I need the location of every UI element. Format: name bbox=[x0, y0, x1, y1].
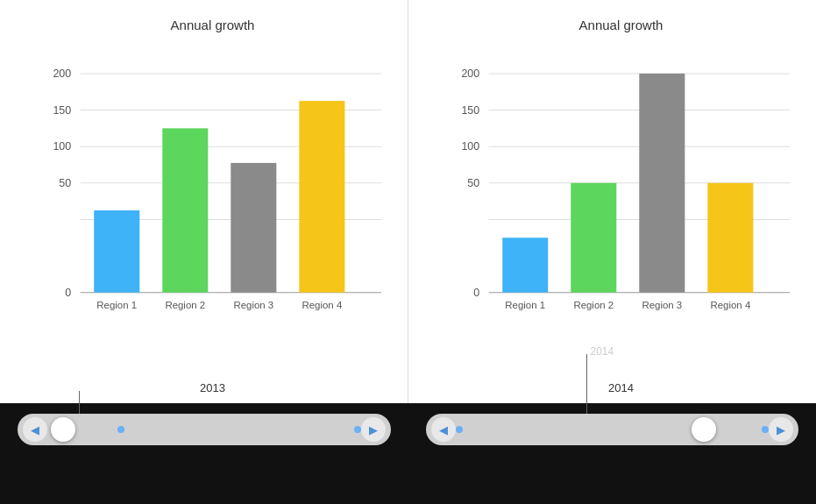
svg-text:0: 0 bbox=[65, 287, 71, 299]
bar-chart2-region3 bbox=[639, 74, 685, 293]
scrubber-right-arrow-left[interactable]: ▶ bbox=[361, 417, 386, 442]
bar-chart1-region1 bbox=[94, 210, 139, 293]
scrubber-dot-left-2 bbox=[354, 426, 361, 433]
chart-right-svg: 200 150 100 50 0 Region 1 Region 2 Regio… bbox=[452, 43, 790, 378]
svg-text:150: 150 bbox=[53, 104, 71, 117]
bar-chart2-region1 bbox=[502, 238, 548, 292]
svg-text:Region 3: Region 3 bbox=[642, 300, 682, 310]
bar-chart1-region2 bbox=[162, 128, 208, 292]
annotation-line-right bbox=[586, 354, 587, 417]
scrubber-right-arrow-right[interactable]: ▶ bbox=[769, 417, 793, 442]
annotation-label-2014: 2014 bbox=[591, 345, 614, 358]
scrubber-track-right[interactable]: ◀ ▶ bbox=[426, 414, 799, 445]
chart-left-year: 2013 bbox=[200, 381, 225, 394]
svg-text:Region 4: Region 4 bbox=[710, 300, 750, 310]
slider-bar: ◀ ▶ 2014 ◀ bbox=[0, 403, 816, 504]
svg-text:Region 1: Region 1 bbox=[96, 300, 137, 310]
svg-text:50: 50 bbox=[467, 177, 479, 189]
chart-left: Annual growth 200 150 100 50 0 Region 1 bbox=[0, 0, 408, 403]
scrubber-inner-right bbox=[456, 426, 770, 433]
svg-text:50: 50 bbox=[59, 177, 71, 189]
svg-text:Region 4: Region 4 bbox=[302, 300, 342, 310]
scrubber-dot-right-1 bbox=[456, 426, 463, 433]
svg-text:0: 0 bbox=[473, 287, 479, 299]
bar-chart2-region4 bbox=[707, 183, 753, 293]
scrubber-left-arrow-right[interactable]: ◀ bbox=[431, 417, 456, 442]
slider-left: ◀ ▶ bbox=[0, 410, 408, 445]
svg-text:100: 100 bbox=[53, 140, 71, 153]
svg-text:Region 2: Region 2 bbox=[165, 300, 205, 310]
slider-right: 2014 ◀ ▶ bbox=[408, 410, 817, 445]
chart-left-title: Annual growth bbox=[171, 18, 255, 32]
scrubber-dot-left-1 bbox=[117, 426, 124, 433]
svg-text:Region 2: Region 2 bbox=[573, 300, 614, 310]
scrubber-track-left[interactable]: ◀ ▶ bbox=[18, 414, 391, 445]
chart-right-title: Annual growth bbox=[579, 18, 663, 32]
scrubber-thumb-right[interactable] bbox=[692, 417, 716, 442]
scrubber-inner-left bbox=[47, 426, 361, 433]
chart-right-area: 200 150 100 50 0 Region 1 Region 2 Regio… bbox=[452, 43, 790, 378]
scrubber-dot-right-2 bbox=[762, 426, 769, 433]
svg-text:100: 100 bbox=[461, 140, 479, 153]
chart-left-area: 200 150 100 50 0 Region 1 Region 2 Regio… bbox=[44, 43, 381, 378]
svg-text:200: 200 bbox=[53, 67, 71, 80]
svg-text:150: 150 bbox=[461, 104, 479, 117]
svg-text:Region 1: Region 1 bbox=[505, 300, 545, 310]
svg-text:Region 3: Region 3 bbox=[233, 300, 273, 310]
chart-left-svg: 200 150 100 50 0 Region 1 Region 2 Regio… bbox=[44, 43, 381, 378]
chart-right-year: 2014 bbox=[608, 381, 634, 394]
scrubber-thumb-left[interactable] bbox=[51, 417, 75, 442]
bar-chart1-region3 bbox=[231, 163, 276, 293]
scrubber-left-arrow-left[interactable]: ◀ bbox=[23, 417, 47, 442]
bar-chart1-region4 bbox=[299, 101, 344, 293]
bar-chart2-region2 bbox=[571, 183, 616, 293]
charts-area: Annual growth 200 150 100 50 0 Region 1 bbox=[0, 0, 816, 403]
chart-right: Annual growth 200 150 100 50 0 Region 1 bbox=[408, 0, 816, 403]
svg-text:200: 200 bbox=[461, 67, 479, 80]
